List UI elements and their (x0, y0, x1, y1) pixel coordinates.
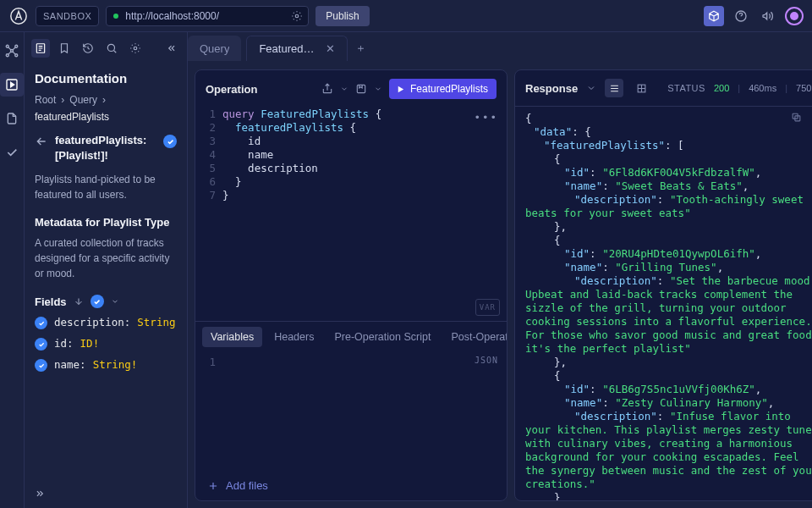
view-table-icon[interactable] (632, 79, 650, 97)
docs-tab-icon[interactable] (31, 39, 50, 58)
share-icon[interactable] (321, 83, 333, 95)
env-pill[interactable]: SANDBOX (36, 6, 99, 26)
svg-point-1 (296, 14, 299, 18)
url-bar[interactable]: http://localhost:8000/ (106, 6, 309, 26)
fields-check-icon[interactable] (91, 295, 104, 308)
code-editor[interactable]: 1234567 query FeaturedPlaylists { featur… (195, 108, 507, 321)
new-tab-button[interactable]: ＋ (348, 41, 373, 56)
apollo-logo[interactable] (8, 6, 29, 26)
tab-featured-playlists[interactable]: FeaturedPlay… ✕ (246, 36, 348, 61)
search-icon[interactable] (106, 42, 118, 54)
save-collection-icon[interactable] (355, 83, 367, 95)
rail-doc-icon[interactable] (0, 107, 24, 130)
svg-point-5 (6, 54, 8, 57)
add-files-button[interactable]: Add files (195, 471, 507, 500)
chevron-down-icon[interactable] (586, 83, 596, 93)
variables-editor[interactable]: 1 JSON (195, 352, 507, 471)
response-panel: Response STATUS 200 | 460ms | 750B (514, 69, 812, 501)
lower-tabs: VariablesHeadersPre-Operation ScriptPost… (195, 322, 507, 352)
operation-panel: Operation FeaturedPlaylists 1234567 quer… (195, 69, 508, 501)
field-item[interactable]: description: String (35, 315, 177, 329)
fields-heading: Fields (35, 295, 67, 308)
help-icon[interactable] (731, 6, 751, 26)
field-check-icon (35, 338, 47, 351)
rail-schema-icon[interactable] (0, 39, 24, 63)
svg-rect-13 (357, 85, 365, 92)
type-description: Playlists hand-picked to be featured to … (25, 172, 187, 216)
operation-title: Operation (206, 83, 315, 96)
more-icon[interactable]: ••• (474, 111, 498, 124)
rail-explorer-icon[interactable] (0, 73, 24, 97)
chevron-down-icon[interactable] (111, 297, 119, 306)
publish-button[interactable]: Publish (315, 6, 369, 26)
field-item[interactable]: id: ID! (35, 336, 177, 351)
svg-marker-14 (398, 86, 403, 91)
history-icon[interactable] (82, 42, 94, 54)
response-title: Response (525, 82, 578, 95)
left-rail (0, 32, 25, 508)
field-check-icon (35, 317, 47, 329)
lower-tab-headers[interactable]: Headers (266, 327, 322, 347)
metadata-description: A curated collection of tracks designed … (25, 235, 187, 295)
docs-sidebar: Documentation Root› Query› featuredPlayl… (25, 32, 188, 508)
rail-checks-icon[interactable] (0, 141, 24, 164)
chevron-down-icon[interactable] (340, 85, 348, 93)
svg-point-7 (11, 50, 14, 52)
tab-query[interactable]: Query (188, 36, 241, 61)
metadata-heading: Metadata for Playlist Type (25, 216, 187, 235)
bookmark-icon[interactable] (58, 42, 70, 54)
svg-point-4 (15, 45, 18, 47)
operation-tabs: Query FeaturedPlay… ✕ ＋ (188, 32, 812, 64)
svg-point-6 (15, 54, 18, 57)
type-signature: featuredPlaylists: [Playlist!]! (55, 133, 156, 163)
run-button[interactable]: FeaturedPlaylists (389, 79, 497, 99)
lower-tab-post-operation-script[interactable]: Post-Operation Script (442, 327, 507, 347)
settings-icon[interactable] (129, 42, 141, 54)
expand-rail-icon[interactable] (35, 488, 47, 500)
topbar: SANDBOX http://localhost:8000/ Publish (0, 0, 812, 32)
chevron-down-icon[interactable] (374, 85, 382, 93)
lower-tab-variables[interactable]: Variables (202, 327, 262, 347)
response-body[interactable]: {"data": {"featuredPlaylists": [{"id": "… (515, 107, 812, 500)
back-arrow-icon[interactable] (35, 133, 48, 148)
status-dot-icon (113, 14, 118, 19)
avatar[interactable] (785, 7, 804, 25)
docs-title: Documentation (25, 64, 187, 94)
svg-point-12 (134, 47, 137, 50)
copy-icon[interactable] (791, 112, 802, 123)
json-badge: JSON (475, 356, 498, 365)
sort-icon[interactable] (74, 296, 84, 306)
collapse-sidebar-icon[interactable] (165, 42, 177, 54)
check-badge-icon[interactable] (163, 135, 177, 148)
response-meta: STATUS 200 | 460ms | 750B (667, 83, 812, 93)
svg-point-3 (6, 45, 8, 47)
svg-point-11 (107, 44, 114, 51)
var-badge: VAR (475, 299, 500, 316)
sandbox-cube-icon[interactable] (704, 6, 724, 26)
field-check-icon (35, 359, 47, 372)
field-item[interactable]: name: String! (35, 357, 177, 372)
fields-list: description: Stringid: ID!name: String! (25, 315, 187, 372)
svg-marker-9 (11, 82, 14, 86)
url-text: http://localhost:8000/ (125, 10, 219, 22)
close-tab-icon[interactable]: ✕ (326, 42, 335, 55)
lower-tab-pre-operation-script[interactable]: Pre-Operation Script (326, 327, 439, 347)
gear-icon[interactable] (291, 10, 303, 22)
play-icon (396, 85, 405, 94)
view-list-icon[interactable] (605, 79, 623, 97)
megaphone-icon[interactable] (758, 6, 778, 26)
breadcrumb[interactable]: Root› Query› featuredPlaylists (25, 94, 187, 133)
